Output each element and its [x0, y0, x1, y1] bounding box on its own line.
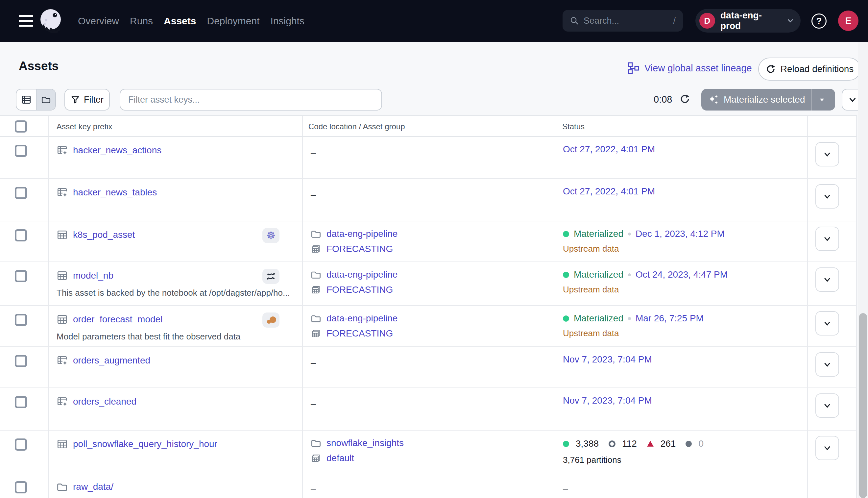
refresh-icon[interactable] [679, 93, 691, 105]
help-icon[interactable]: ? [812, 13, 827, 29]
row-checkbox[interactable] [15, 229, 27, 241]
separator-dot [628, 233, 631, 236]
row-expand-button[interactable] [815, 311, 839, 336]
asset-prefix-icon [56, 396, 68, 407]
reload-definitions-button[interactable]: Reload definitions [758, 57, 861, 81]
search-placeholder: Search... [584, 16, 673, 26]
asset-prefix-icon [56, 355, 68, 366]
chevron-down-icon [823, 192, 832, 201]
row-checkbox[interactable] [15, 396, 27, 408]
assets-table: Asset key prefix Code location / Asset g… [0, 115, 857, 498]
code-location-empty: – [311, 147, 316, 158]
flat-view-button[interactable] [16, 90, 36, 110]
user-avatar[interactable]: E [838, 11, 858, 31]
row-expand-button[interactable] [815, 184, 839, 209]
row-expand-button[interactable] [815, 436, 839, 460]
folder-view-icon [41, 95, 51, 105]
row-checkbox[interactable] [15, 187, 27, 199]
row-expand-button[interactable] [815, 142, 839, 167]
materialize-button-label: Materialize selected [724, 94, 805, 105]
list-view-icon [22, 95, 31, 105]
materialization-date-link[interactable]: Nov 7, 2023, 7:04 PM [563, 354, 652, 365]
search-input[interactable]: Search... / [563, 10, 683, 31]
asset-group-link[interactable]: FORECASTING [326, 285, 393, 295]
row-expand-button[interactable] [815, 267, 839, 292]
code-location-link[interactable]: data-eng-pipeline [326, 228, 398, 239]
hamburger-menu-icon[interactable] [19, 15, 33, 27]
separator-dot [628, 317, 631, 320]
directory-view-button[interactable] [36, 90, 55, 110]
code-location-empty: – [311, 484, 316, 494]
asset-folder-link[interactable]: raw_data/ [73, 482, 113, 492]
asset-group-link[interactable]: default [326, 453, 354, 463]
asset-link[interactable]: k8s_pod_asset [73, 230, 135, 240]
nav-item-overview[interactable]: Overview [78, 15, 119, 27]
nav-item-runs[interactable]: Runs [130, 15, 153, 27]
nav-item-assets[interactable]: Assets [164, 15, 196, 27]
observed-partition-count: 0 [698, 438, 704, 449]
code-location-link[interactable]: data-eng-pipeline [326, 313, 398, 324]
materialization-date-link[interactable]: Nov 7, 2023, 7:04 PM [563, 395, 652, 406]
materialize-dropdown-toggle[interactable] [812, 96, 832, 103]
select-all-checkbox[interactable] [15, 120, 27, 133]
materialization-date-link[interactable]: Oct 27, 2022, 4:01 PM [563, 144, 655, 155]
nav-item-deployment[interactable]: Deployment [207, 15, 259, 27]
row-expand-button[interactable] [815, 352, 839, 377]
caret-down-icon [818, 96, 826, 103]
view-global-asset-lineage-link[interactable]: View global asset lineage [627, 62, 752, 74]
asset-link[interactable]: orders_augmented [73, 355, 150, 366]
folder-icon [311, 228, 321, 239]
materialize-selected-button[interactable]: Materialize selected [701, 89, 835, 110]
chevron-down-icon [847, 95, 857, 105]
materialization-date-link[interactable]: Oct 27, 2022, 4:01 PM [563, 186, 655, 197]
materialized-status-label: Materialized [574, 270, 623, 280]
row-checkbox[interactable] [15, 481, 27, 494]
lineage-link-label: View global asset lineage [644, 63, 752, 74]
row-checkbox[interactable] [15, 270, 27, 282]
asset-link[interactable]: hacker_news_tables [73, 187, 157, 198]
search-shortcut-hint: / [673, 16, 676, 26]
upstream-data-tag[interactable]: Upstream data [563, 285, 619, 295]
asset-link[interactable]: orders_cleaned [73, 396, 136, 407]
nav-item-insights[interactable]: Insights [271, 15, 305, 27]
code-location-link[interactable]: data-eng-pipeline [326, 270, 398, 280]
kubernetes-icon: ☸ [266, 230, 276, 241]
asset-group-link[interactable]: FORECASTING [326, 328, 393, 339]
failed-partition-count: 261 [660, 438, 676, 449]
upstream-data-tag[interactable]: Upstream data [563, 328, 619, 339]
asset-link[interactable]: order_forecast_model [73, 314, 162, 325]
noteable-icon [265, 271, 277, 282]
chevron-down-icon [823, 319, 832, 328]
deployment-switcher[interactable]: D data-eng-prod [695, 9, 801, 32]
separator-dot [628, 273, 631, 276]
filter-asset-keys-input[interactable] [120, 89, 382, 110]
row-expand-button[interactable] [815, 393, 839, 418]
materialization-date-link[interactable]: Oct 24, 2023, 4:47 PM [636, 270, 727, 280]
deployment-name: data-eng-prod [720, 10, 782, 31]
observed-count-dot [685, 441, 692, 447]
materialization-date-link[interactable]: Mar 26, 7:25 PM [636, 313, 704, 324]
chevron-down-icon [823, 401, 832, 410]
row-expand-button[interactable] [815, 227, 839, 251]
code-location-link[interactable]: snowflake_insights [326, 438, 404, 448]
folder-icon [311, 270, 321, 280]
chevron-down-icon [823, 360, 832, 369]
primary-nav: Overview Runs Assets Deployment Insights [78, 0, 305, 42]
materialized-status-dot [563, 231, 569, 237]
scrollbar-thumb[interactable] [859, 313, 867, 498]
asset-group-icon [311, 328, 321, 339]
row-checkbox[interactable] [15, 314, 27, 326]
asset-link[interactable]: poll_snowflake_query_history_hour [73, 439, 217, 449]
asset-prefix-icon [56, 187, 68, 198]
asset-group-link[interactable]: FORECASTING [326, 244, 393, 254]
filter-button[interactable]: Filter [65, 89, 110, 110]
upstream-data-tag[interactable]: Upstream data [563, 244, 619, 254]
dagster-logo-icon[interactable] [37, 7, 65, 35]
asset-link[interactable]: hacker_news_actions [73, 145, 161, 156]
row-checkbox[interactable] [15, 145, 27, 157]
row-checkbox[interactable] [15, 438, 27, 451]
materialization-date-link[interactable]: Dec 1, 2023, 4:12 PM [636, 228, 725, 239]
asset-link[interactable]: model_nb [73, 271, 113, 281]
table-row: k8s_pod_asset ☸ data-eng-pipeline FORECA… [0, 221, 857, 262]
row-checkbox[interactable] [15, 355, 27, 367]
